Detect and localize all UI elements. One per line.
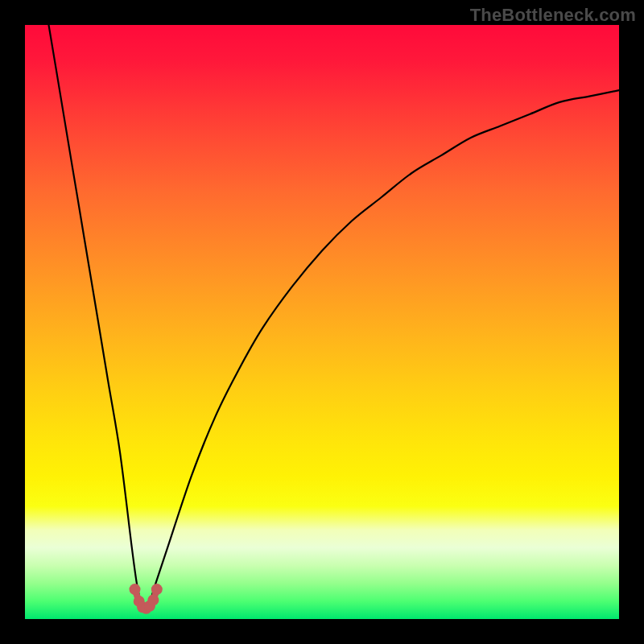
- plot-area: [25, 25, 619, 619]
- marker-dot: [147, 594, 159, 605]
- marker-dot: [151, 584, 163, 595]
- optimal-marker-cluster: [130, 584, 163, 614]
- marker-dot: [130, 584, 141, 595]
- bottleneck-curve: [49, 25, 620, 608]
- chart-frame: TheBottleneck.com: [0, 0, 644, 644]
- chart-svg: [25, 25, 619, 619]
- watermark-text: TheBottleneck.com: [470, 5, 636, 26]
